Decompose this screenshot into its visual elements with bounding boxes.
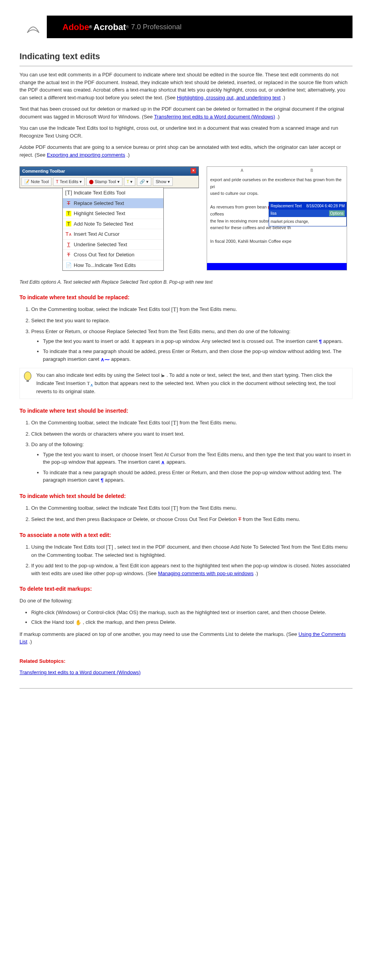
paragraph-caret-icon: ∧⁓ <box>101 356 110 364</box>
related-heading: Related Subtopics: <box>19 657 353 665</box>
caret-icon: ∧ <box>161 459 165 466</box>
svg-rect-1 <box>27 380 29 382</box>
product-banner: Adobe ® Acrobat ® 7.0 Professional <box>19 16 353 38</box>
delete-intro: Do one of the following: <box>19 597 353 605</box>
intro-para-4: Adobe PDF documents that are going to a … <box>19 143 353 159</box>
link-transferring-word[interactable]: Transferring text edits to a Word docume… <box>154 114 275 120</box>
heading-delete-markups: To delete text-edit markups: <box>19 585 353 593</box>
selection-bar <box>207 263 347 270</box>
link-highlighting[interactable]: Highlighting, crossing out, and underlin… <box>177 95 281 101</box>
link-managing-popups[interactable]: Managing comments with pop-up windows <box>158 570 253 576</box>
screenshot-document: A B export and pride ourselves on the ex… <box>207 166 347 270</box>
insert-menu-icon: T∧ <box>66 231 71 237</box>
crossout-icon: T <box>238 516 241 523</box>
underline-icon: T <box>66 242 71 247</box>
svg-point-0 <box>24 372 31 380</box>
paragraph-icon: ¶ <box>319 338 322 346</box>
brand-reg2: ® <box>126 24 129 30</box>
callout-label-b: B <box>310 168 313 173</box>
indicate-tool-icon: [T] <box>171 305 178 314</box>
popup-user: lisa <box>271 210 276 216</box>
screenshot-figure: Commenting Toolbar × 📝Note Tool TText Ed… <box>19 166 353 271</box>
heading-associate: To associate a note with a text edit: <box>19 531 353 539</box>
heading-replace: To indicate where text should be replace… <box>19 293 353 302</box>
replace-icon: T̶ <box>66 200 71 206</box>
indicate-icon: [T] <box>66 190 71 196</box>
banner-title: Adobe ® Acrobat ® 7.0 Professional <box>47 16 353 38</box>
brand-acrobat: Acrobat <box>94 21 126 34</box>
intro-para-1: You can use text edit comments in a PDF … <box>19 71 353 101</box>
text-edits-menu: [T]Indicate Text Edits Tool T̶Replace Se… <box>62 187 164 271</box>
steps-associate: Using the Indicate Text Edits tool [T] ,… <box>31 543 353 577</box>
indicate-tool-icon: [T] <box>106 543 113 551</box>
brand-adobe: Adobe <box>62 21 89 34</box>
steps-replace: On the Commenting toolbar, select the In… <box>31 305 353 363</box>
highlight-menu-icon: T <box>66 211 71 216</box>
acrobat-logo <box>19 16 47 38</box>
popup-body: market prices change, <box>269 217 346 226</box>
replacement-popup: Replacement Text 8/16/2004 6:40:28 PM li… <box>269 202 347 226</box>
show-button: Show▾ <box>153 177 173 186</box>
popup-date: 8/16/2004 6:40:28 PM <box>306 203 345 209</box>
tip-box: You can also indicate text edits by usin… <box>19 368 353 399</box>
link-export-import[interactable]: Exporting and importing comments <box>47 152 125 158</box>
addnote-icon: T <box>66 221 71 226</box>
footer-divider <box>19 688 353 689</box>
toolbar-title: Commenting Toolbar <box>22 168 65 175</box>
brand-version: 7.0 Professional <box>131 22 181 32</box>
indicate-tool-icon: [T] <box>171 419 178 427</box>
lightbulb-icon <box>23 371 32 385</box>
crossout-icon: T <box>66 252 71 258</box>
highlight-shortcut: T▾ <box>124 177 136 186</box>
popup-options: Options <box>329 210 345 216</box>
note-tool-button: 📝Note Tool <box>21 177 51 186</box>
text-edits-button: TText Edits▾ <box>53 177 84 186</box>
heading-insert: To indicate where text should be inserte… <box>19 407 353 415</box>
attach-shortcut: 🔗▾ <box>137 177 151 186</box>
close-icon: × <box>191 168 196 173</box>
indicate-tool-icon: [T] <box>171 504 178 512</box>
intro-para-3: You can use the Indicate Text Edits tool… <box>19 124 353 139</box>
steps-delete: On the Commenting toolbar, select the In… <box>31 504 353 523</box>
brand-reg: ® <box>89 24 92 30</box>
howto-icon: 📄 <box>66 262 71 268</box>
popup-title: Replacement Text <box>271 203 302 209</box>
select-tool-icon: I▸ <box>161 372 165 380</box>
delete-options-list: Right-click (Windows) or Control-click (… <box>31 609 353 627</box>
intro-para-2: Text that has been crossed out for delet… <box>19 105 353 120</box>
heading-delete: To indicate which text should be deleted… <box>19 492 353 500</box>
hand-tool-icon: ✋ <box>75 619 81 627</box>
callout-label-a: A <box>241 168 243 173</box>
paragraph-icon: ¶ <box>101 477 103 484</box>
stamp-tool-button: ⬤Stamp Tool▾ <box>86 177 122 186</box>
steps-insert: On the Commenting toolbar, select the In… <box>31 419 353 484</box>
page-title: Indicating text edits <box>19 50 353 66</box>
screenshot-toolbar: Commenting Toolbar × 📝Note Tool TText Ed… <box>19 166 199 188</box>
delete-note: If markup comments are placed on top of … <box>19 630 353 646</box>
link-related-transferring[interactable]: Transferring text edits to a Word docume… <box>19 669 141 675</box>
figure-caption: Text Edits options A. Text selected with… <box>19 279 353 286</box>
text-insertion-icon: T∧ <box>87 380 93 388</box>
